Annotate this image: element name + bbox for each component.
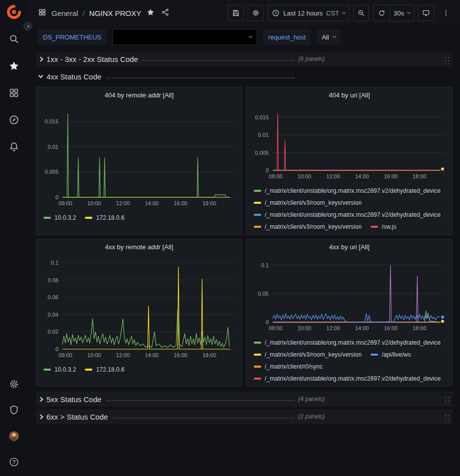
legend-series-label[interactable]: 172.18.0.6 xyxy=(96,214,124,221)
legend-item[interactable]: 172.18.0.6 xyxy=(85,366,124,373)
chevron-down-icon xyxy=(249,34,252,38)
legend-series-label[interactable]: /_matrix/client/unstable/org.matrix.msc2… xyxy=(265,211,441,218)
explore-compass-icon[interactable] xyxy=(6,113,22,127)
legend-item[interactable]: 10.0.3.2 xyxy=(43,214,76,221)
row-drag-handle-icon[interactable] xyxy=(444,395,450,404)
legend-item[interactable]: /_matrix/client/unstable/org.matrix.msc2… xyxy=(254,187,441,194)
x-tick-label: 08:00 xyxy=(58,352,72,358)
panel-title[interactable]: 404 by remote addr [All] xyxy=(36,87,242,102)
row-drag-handle-icon[interactable] xyxy=(444,413,450,421)
time-series-plot[interactable]: 00.0050.010.01508:0010:0012:0014:0016:00… xyxy=(39,102,239,208)
row-title[interactable]: 6xx > Status Code xyxy=(46,413,108,421)
legend-item[interactable]: /_matrix/client/unstable/org.matrix.msc2… xyxy=(254,375,441,382)
y-tick-label: 0 xyxy=(55,346,58,352)
time-series-plot[interactable]: 00.050.108:0010:0012:0014:0016:0018:00 xyxy=(250,254,449,333)
legend-series-label[interactable]: 10.0.3.2 xyxy=(54,366,76,373)
legend-item[interactable]: /_matrix/client/r0/sync xyxy=(254,363,323,370)
legend-item[interactable]: /api/live/ws xyxy=(371,351,411,358)
share-icon[interactable] xyxy=(161,8,169,18)
y-tick-label: 0 xyxy=(266,319,269,325)
kebab-menu-icon[interactable] xyxy=(438,5,454,21)
top-navbar: General / NGINX PROXY xyxy=(28,0,460,26)
row-1xx-3xx-2xx[interactable]: 1xx - 3xx - 2xx Status Code (6 panels) xyxy=(36,51,453,66)
admin-shield-icon[interactable] xyxy=(6,403,22,417)
time-series-plot[interactable]: 00.0050.010.01508:0010:0012:0014:0016:00… xyxy=(250,102,449,181)
panel-4xx-by-remote-addr: 4xx by remote addr [All] 00.020.040.060.… xyxy=(36,239,242,387)
legend-item[interactable]: /_matrix/client/unstable/org.matrix.msc2… xyxy=(254,211,441,218)
request-host-select[interactable]: All xyxy=(317,29,340,45)
row-6xx[interactable]: 6xx > Status Code (2 panels) xyxy=(36,409,453,424)
legend-item[interactable]: /_matrix/client/v3/room_keys/version xyxy=(254,199,362,206)
y-tick-label: 0.1 xyxy=(51,260,58,266)
breadcrumb-section[interactable]: General xyxy=(51,9,78,17)
time-range-picker[interactable]: Last 12 hours CST xyxy=(268,5,349,21)
legend-series-label[interactable]: /_matrix/client/unstable/org.matrix.msc2… xyxy=(265,339,441,346)
refresh-interval-label: 30s xyxy=(394,9,404,17)
refresh-interval-dropdown[interactable]: 30s xyxy=(390,5,414,21)
chevron-down-icon xyxy=(38,73,43,78)
legend-item[interactable]: /_matrix/client/v3/room_keys/version xyxy=(254,223,362,230)
favorite-star-icon[interactable] xyxy=(146,8,155,18)
sidebar-expand-button[interactable] xyxy=(23,22,32,30)
nav-sidebar: ? xyxy=(0,0,28,476)
legend-series-marker xyxy=(254,202,261,204)
panel-title[interactable]: 4xx by remote addr [All] xyxy=(36,239,242,254)
y-tick-label: 0.1 xyxy=(261,262,269,268)
x-tick-label: 10:00 xyxy=(87,200,101,206)
series-end-dot xyxy=(441,320,444,323)
dashboards-grid-icon[interactable] xyxy=(6,86,22,100)
main-area: General / NGINX PROXY xyxy=(28,0,460,476)
panel-4xx-by-uri: 4xx by uri [All] 00.050.108:0010:0012:00… xyxy=(246,239,453,387)
time-series-plot[interactable]: 00.020.040.060.080.108:0010:0012:0014:00… xyxy=(39,254,239,360)
series-line xyxy=(62,114,230,197)
datasource-select[interactable] xyxy=(112,29,257,45)
y-tick-label: 0.05 xyxy=(258,291,269,297)
row-5xx[interactable]: 5xx Status Code (4 panels) xyxy=(36,392,453,407)
save-dashboard-button[interactable] xyxy=(228,5,244,21)
legend-item[interactable]: /_matrix/client/v3/room_keys/version xyxy=(254,351,362,358)
apps-grid-icon[interactable] xyxy=(38,8,46,18)
grafana-logo-icon[interactable] xyxy=(6,5,22,19)
timezone-label: CST xyxy=(326,9,339,17)
panel-title[interactable]: 404 by uri [All] xyxy=(247,87,452,102)
user-avatar[interactable] xyxy=(6,429,22,443)
legend-series-label[interactable]: /_matrix/client/v3/room_keys/version xyxy=(265,351,362,358)
x-tick-label: 08:00 xyxy=(58,200,72,206)
legend-item[interactable]: /sw.js xyxy=(371,223,396,230)
legend-item[interactable]: 10.0.3.2 xyxy=(43,366,76,373)
row-4xx[interactable]: 4xx Status Code xyxy=(36,69,453,84)
legend-item[interactable]: 172.18.0.6 xyxy=(85,214,124,221)
breadcrumb-dashboard-title[interactable]: NGINX PROXY xyxy=(89,9,141,17)
legend-series-label[interactable]: /sw.js xyxy=(382,223,396,230)
zoom-out-button[interactable] xyxy=(353,5,369,21)
legend-series-label[interactable]: 172.18.0.6 xyxy=(96,366,124,373)
y-tick-label: 0 xyxy=(55,194,58,200)
dashboard-settings-gear-button[interactable] xyxy=(248,5,264,21)
datasource-variable-label[interactable]: DS_PROMETHEUS xyxy=(38,29,106,45)
alerting-bell-icon[interactable] xyxy=(6,140,22,154)
help-icon[interactable]: ? xyxy=(6,455,22,469)
legend-series-label[interactable]: 10.0.3.2 xyxy=(54,214,76,221)
request-host-variable-label[interactable]: request_host xyxy=(263,29,311,45)
legend-series-label[interactable]: /_matrix/client/unstable/org.matrix.msc2… xyxy=(265,375,441,382)
search-icon[interactable] xyxy=(6,32,22,46)
x-tick-label: 16:00 xyxy=(384,325,398,331)
legend-series-label[interactable]: /_matrix/client/v3/room_keys/version xyxy=(265,223,362,230)
legend-series-label[interactable]: /_matrix/client/r0/sync xyxy=(265,363,323,370)
legend-series-label[interactable]: /_matrix/client/unstable/org.matrix.msc2… xyxy=(265,187,441,194)
panel-title[interactable]: 4xx by uri [All] xyxy=(247,239,452,254)
x-tick-label: 16:00 xyxy=(384,173,398,179)
row-title[interactable]: 1xx - 3xx - 2xx Status Code xyxy=(46,55,138,63)
legend-series-label[interactable]: /api/live/ws xyxy=(382,351,411,358)
legend-series-label[interactable]: /_matrix/client/v3/room_keys/version xyxy=(265,199,362,206)
panel-404-by-remote-addr: 404 by remote addr [All] 00.0050.010.015… xyxy=(36,87,242,235)
breadcrumb-separator: / xyxy=(82,9,84,17)
refresh-icon[interactable] xyxy=(374,5,390,21)
row-title[interactable]: 4xx Status Code xyxy=(46,72,101,81)
starred-nav-icon[interactable] xyxy=(6,59,22,73)
kiosk-monitor-button[interactable] xyxy=(418,5,434,21)
row-drag-handle-icon[interactable] xyxy=(444,55,450,63)
legend-item[interactable]: /_matrix/client/unstable/org.matrix.msc2… xyxy=(254,339,441,346)
row-title[interactable]: 5xx Status Code xyxy=(46,395,101,404)
settings-gear-icon[interactable] xyxy=(6,377,22,391)
